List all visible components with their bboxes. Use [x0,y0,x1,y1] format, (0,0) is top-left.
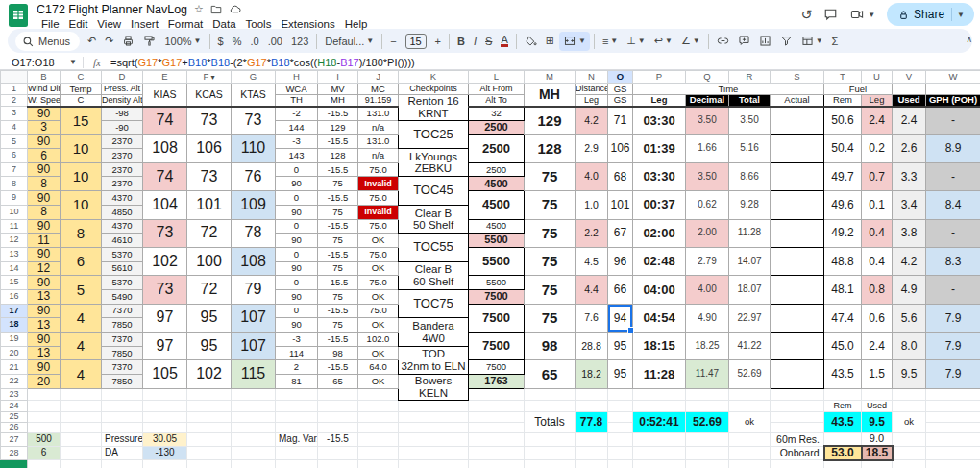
text-wrap-icon-caret[interactable]: ▼ [665,37,673,45]
cell-L22[interactable]: 1763 [469,375,525,389]
cell-M5[interactable]: 128 [525,135,576,162]
cell-D7[interactable]: 2370 [102,162,143,177]
cell-B8[interactable]: 8 [28,177,61,191]
cell-U2[interactable]: Leg [862,95,893,107]
cell-V29[interactable] [893,460,926,468]
cell-W15[interactable]: - [926,276,980,304]
cell-G9[interactable]: 109 [232,191,276,219]
cell-R21[interactable]: 52.69 [729,360,771,388]
cell-L28[interactable] [469,446,525,460]
cell-E21[interactable]: 105 [143,360,187,388]
font-select[interactable]: Defaul...▼ [321,32,378,51]
cell-J15[interactable]: 75.0 [358,276,399,290]
cell-I2[interactable]: MH [318,95,358,107]
star-icon[interactable]: ☆ [194,3,204,15]
cell-R5[interactable]: 5.16 [729,135,771,162]
fill-color-icon[interactable] [521,32,541,51]
cell-G7[interactable]: 76 [232,162,276,190]
cell-P19[interactable]: 18:15 [633,333,686,360]
column-header-Q[interactable]: Q [686,71,729,84]
checkpoint-bandera-4w0[interactable]: Bandera4W0 [399,318,469,346]
cell-Q27[interactable] [686,432,729,446]
cell-L5[interactable]: 2500 [469,135,525,162]
cell-I19[interactable]: -15.5 [318,333,358,347]
cell-S17[interactable] [771,304,824,332]
italic-icon[interactable]: I [470,32,480,51]
cell-F29[interactable] [187,460,232,468]
cell-D23[interactable] [102,388,143,400]
cell-C29[interactable] [61,460,102,468]
cell-D4[interactable]: -90 [102,120,143,135]
cell-S5[interactable] [771,135,824,162]
cell-M3[interactable]: 129 [525,107,576,135]
menu-data[interactable]: Data [208,18,240,30]
cell-S7[interactable] [771,162,824,190]
insert-link-icon[interactable] [713,32,733,51]
cell-I8[interactable]: 75 [318,177,358,191]
cell-D14[interactable]: 5610 [102,261,143,276]
cell-E19[interactable]: 97 [143,333,187,360]
insert-chart-icon[interactable] [755,32,775,51]
column-header-D[interactable]: D [102,71,143,84]
move-folder-icon[interactable] [210,4,222,15]
cell-W13[interactable]: 8.3 [926,247,980,275]
cell-I22[interactable]: 65 [318,375,358,389]
cell-F13[interactable]: 100 [187,247,232,275]
cell-G27[interactable] [232,432,276,446]
cell-E11[interactable]: 73 [143,219,187,247]
cell-B17[interactable]: 90 [28,304,61,318]
row-header-17[interactable]: 17 [1,304,28,318]
cell-J28[interactable] [358,446,399,460]
cell-J27[interactable] [358,432,399,446]
cell-K29[interactable] [399,460,469,468]
cell-S21[interactable] [771,360,824,388]
cell-B1[interactable]: Wind Dir. [28,84,61,95]
cell-B12[interactable]: 11 [28,234,61,248]
cell-B9[interactable]: 90 [28,191,61,206]
cell-I10[interactable]: 75 [318,205,358,219]
total-distance[interactable]: 77.8 [576,411,608,432]
cell-C21[interactable]: 4 [61,360,102,388]
cloud-status-icon[interactable] [229,3,241,15]
cell-U13[interactable]: 0.4 [862,247,893,275]
cell-R29[interactable] [729,460,771,468]
total-fuel-used[interactable]: 9.5 [862,411,893,432]
name-box-dropdown-icon[interactable]: ▼ [69,58,77,66]
cell-R17[interactable]: 22.97 [729,304,771,332]
cell-V21[interactable]: 9.5 [893,360,926,388]
cell-G23[interactable] [232,388,276,400]
magvar-label[interactable]: Mag. Var. [276,432,318,446]
onboard-used-value[interactable]: 18.5 [862,446,893,460]
cell-Q7[interactable]: 3.50 [686,162,729,190]
cell-K28[interactable] [399,446,469,460]
cell-H20[interactable]: 114 [276,346,318,360]
cell-I3[interactable]: -15.5 [318,107,358,121]
cell-H17[interactable]: 0 [276,304,318,318]
cell-R9[interactable]: 9.28 [729,191,771,219]
zoom-select-caret[interactable]: ▼ [194,37,202,45]
cell-M13[interactable]: 75 [525,247,576,275]
increase-font-size-icon[interactable]: + [431,32,445,51]
cell-G17[interactable]: 107 [232,304,276,332]
row-header-4[interactable]: 4 [1,120,28,135]
row-header-14[interactable]: 14 [1,261,28,276]
row-header-27[interactable]: 27 [1,432,28,446]
cell-W24[interactable] [926,400,980,411]
cell-V23[interactable] [893,388,926,400]
cell-H18[interactable]: 90 [276,318,318,333]
cell-R28[interactable] [729,446,771,460]
cell-F3[interactable]: 73 [187,107,232,135]
paint-format-icon[interactable] [139,32,159,51]
cell-C25[interactable] [61,411,102,422]
cell-C27[interactable] [61,432,102,446]
cell-O5[interactable]: 106 [608,135,633,162]
cell-J23[interactable] [358,388,399,400]
cell-I15[interactable]: -15.5 [318,276,358,290]
cell-O26[interactable] [608,422,633,432]
cell-C17[interactable]: 4 [61,304,102,332]
cell-D8[interactable]: 2370 [102,177,143,191]
cell-J17[interactable]: 75.0 [358,304,399,318]
cell-M1[interactable]: MH [525,84,576,107]
cell-P29[interactable] [633,460,686,468]
cell-R19[interactable]: 41.22 [729,333,771,360]
